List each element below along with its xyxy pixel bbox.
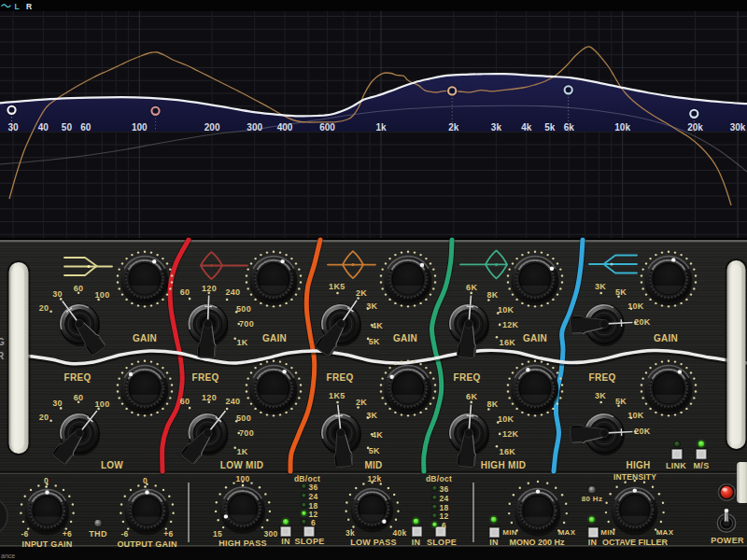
svg-text:10K: 10K (627, 411, 644, 420)
svg-text:100: 100 (95, 399, 110, 409)
svg-text:IN: IN (281, 537, 290, 546)
svg-text:120: 120 (202, 284, 217, 293)
svg-text:POWER: POWER (711, 536, 744, 545)
svg-text:20: 20 (39, 413, 49, 422)
svg-text:30: 30 (7, 122, 19, 133)
svg-text:600: 600 (319, 122, 335, 133)
svg-text:GAIN: GAIN (523, 333, 547, 343)
svg-text:GAIN: GAIN (654, 333, 678, 343)
svg-text:HIGH: HIGH (626, 460, 650, 470)
svg-text:ance: ance (1, 553, 15, 559)
svg-text:5K: 5K (369, 446, 380, 455)
svg-text:700: 700 (239, 319, 254, 329)
svg-text:0: 0 (143, 476, 148, 485)
svg-text:LOW MID: LOW MID (220, 460, 264, 470)
svg-text:60: 60 (180, 397, 190, 406)
svg-text:SLOPE: SLOPE (427, 538, 457, 547)
svg-text:12k: 12k (367, 474, 381, 483)
svg-text:4K: 4K (372, 321, 383, 330)
svg-text:40: 40 (38, 122, 49, 133)
svg-text:1K5: 1K5 (329, 391, 345, 400)
svg-text:36: 36 (308, 483, 317, 492)
svg-text:36: 36 (439, 484, 448, 494)
svg-text:240: 240 (225, 287, 240, 297)
svg-text:-6: -6 (21, 529, 28, 539)
svg-text:1K: 1K (236, 447, 247, 456)
svg-text:3k: 3k (491, 122, 502, 133)
svg-text:0: 0 (44, 476, 49, 485)
svg-text:FREQ: FREQ (327, 372, 354, 383)
svg-text:3K: 3K (595, 282, 606, 291)
svg-text:4K: 4K (372, 430, 383, 440)
svg-text:MID: MID (364, 460, 382, 470)
svg-text:24: 24 (439, 494, 448, 503)
svg-text:GAIN: GAIN (393, 333, 417, 343)
svg-text:3k: 3k (345, 528, 355, 538)
svg-text:18: 18 (439, 503, 448, 512)
svg-text:100: 100 (95, 290, 110, 300)
svg-text:15: 15 (213, 529, 222, 539)
svg-text:MIN: MIN (502, 528, 517, 537)
svg-text:6: 6 (442, 521, 446, 530)
svg-text:2K: 2K (356, 288, 367, 298)
svg-text:30: 30 (52, 289, 63, 299)
svg-text:120: 120 (202, 393, 217, 402)
svg-text:60: 60 (180, 287, 190, 297)
svg-text:60: 60 (80, 122, 92, 133)
svg-text:20k: 20k (687, 122, 703, 133)
svg-text:10k: 10k (614, 122, 630, 133)
svg-text:5k: 5k (544, 122, 556, 133)
svg-text:5K: 5K (369, 337, 380, 346)
svg-text:5K: 5K (615, 397, 627, 406)
svg-text:200: 200 (204, 122, 220, 133)
svg-text:INTENSITY: INTENSITY (613, 472, 656, 482)
svg-text:30k: 30k (730, 122, 746, 133)
svg-text:-6: -6 (120, 529, 128, 539)
svg-text:1K5: 1K5 (329, 282, 345, 291)
svg-text:10K: 10K (627, 301, 644, 311)
svg-text:SLOPE: SLOPE (294, 537, 324, 546)
svg-text:R: R (26, 2, 32, 11)
svg-text:THD: THD (89, 529, 107, 539)
svg-text:300: 300 (263, 529, 277, 539)
svg-text:30: 30 (52, 399, 63, 408)
svg-text:12K: 12K (502, 429, 519, 439)
svg-text:MAX: MAX (558, 528, 576, 537)
svg-text:5K: 5K (615, 287, 627, 297)
svg-text:LOW: LOW (101, 460, 123, 470)
svg-text:HIGH PASS: HIGH PASS (218, 539, 267, 548)
svg-text:16K: 16K (500, 338, 516, 347)
svg-text:L: L (14, 2, 19, 11)
svg-text:100: 100 (132, 122, 148, 133)
svg-text:20K: 20K (634, 427, 651, 436)
svg-text:FREQ: FREQ (589, 372, 616, 383)
svg-text:20: 20 (39, 303, 49, 313)
svg-text:8K: 8K (486, 290, 498, 300)
svg-text:1k: 1k (375, 122, 387, 133)
svg-text:24: 24 (308, 492, 317, 501)
svg-text:10K: 10K (498, 305, 514, 315)
svg-text:OCTAVE FILLER: OCTAVE FILLER (602, 538, 669, 547)
svg-text:HIGH MID: HIGH MID (481, 460, 527, 470)
svg-text:16K: 16K (500, 447, 516, 456)
svg-text:2k: 2k (448, 122, 459, 133)
svg-text:OUTPUT GAIN: OUTPUT GAIN (117, 539, 176, 549)
svg-text:G: G (0, 337, 5, 347)
svg-text:8K: 8K (486, 399, 498, 409)
svg-text:12: 12 (439, 511, 448, 521)
svg-text:FREQ: FREQ (192, 372, 219, 383)
svg-text:+6: +6 (163, 529, 173, 539)
svg-text:6K: 6K (466, 392, 477, 401)
svg-text:FREQ: FREQ (454, 372, 481, 383)
svg-text:INPUT GAIN: INPUT GAIN (21, 539, 72, 549)
svg-text:80 Hz: 80 Hz (582, 495, 602, 503)
svg-text:IN: IN (489, 538, 499, 547)
svg-text:4k: 4k (521, 122, 532, 133)
svg-text:40k: 40k (392, 528, 406, 538)
svg-text:IN: IN (588, 538, 598, 547)
svg-text:dB/oct: dB/oct (426, 474, 452, 483)
svg-text:MONO 200 Hz: MONO 200 Hz (509, 538, 565, 547)
svg-text:+6: +6 (63, 529, 72, 539)
svg-text:MIN: MIN (600, 528, 615, 537)
svg-text:6K: 6K (466, 283, 477, 292)
